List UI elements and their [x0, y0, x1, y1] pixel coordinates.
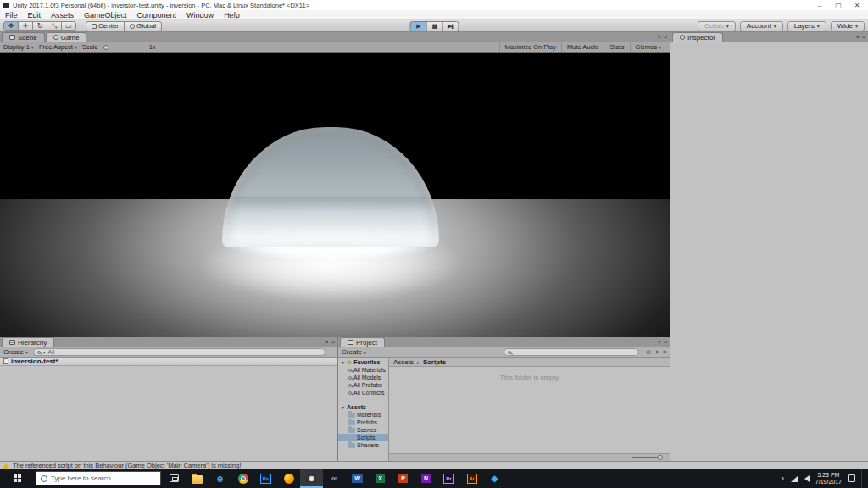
visual-studio-button[interactable]: ∞	[323, 469, 346, 488]
thumbnail-size-knob[interactable]	[658, 455, 663, 460]
hand-tool-button[interactable]: ✥	[3, 21, 19, 30]
volume-icon[interactable]	[804, 475, 810, 482]
hierarchy-body[interactable]	[0, 366, 337, 461]
menu-component[interactable]: Component	[132, 11, 182, 19]
premiere-button[interactable]: Pr	[437, 469, 460, 488]
favorite-all-prefabs[interactable]: All Prefabs	[338, 381, 388, 389]
maximize-on-play-button[interactable]: Maximize On Play	[499, 42, 561, 52]
onenote-button[interactable]: N	[415, 469, 437, 488]
maximize-button[interactable]: ▢	[829, 2, 848, 9]
project-menu-icon[interactable]: ≡	[664, 339, 667, 345]
favorite-all-materials[interactable]: All Materials	[338, 366, 388, 374]
tab-project[interactable]: Project	[340, 337, 385, 347]
pause-button[interactable]: ▮▮	[426, 21, 443, 31]
layout-dropdown[interactable]: Wide	[831, 21, 865, 31]
saved-search-icon[interactable]: ≡	[663, 349, 666, 355]
display-dropdown[interactable]: Display 1	[3, 43, 34, 51]
photoshop-button[interactable]: Ps	[254, 469, 277, 488]
tab-scene[interactable]: Scene	[2, 32, 45, 42]
menu-gameobject[interactable]: GameObject	[79, 11, 132, 19]
action-center-icon[interactable]	[848, 474, 855, 482]
firefox-button[interactable]	[277, 469, 300, 488]
project-create-button[interactable]: Create	[342, 348, 366, 356]
project-file-grid[interactable]: This folder is empty	[389, 367, 670, 453]
project-folder-tree[interactable]: ▼ ★ Favorites All Materials All Models	[338, 358, 389, 461]
show-desktop-button[interactable]	[861, 469, 864, 488]
aspect-dropdown[interactable]: Free Aspect	[39, 43, 77, 51]
display-label: Display 1	[3, 43, 30, 51]
inspector-lock-icon[interactable]: ▪	[856, 34, 858, 40]
menu-window[interactable]: Window	[181, 11, 219, 19]
search-by-type-icon[interactable]: ⊙	[646, 349, 651, 356]
panel-lock-icon[interactable]: ▪	[658, 34, 659, 40]
move-tool-button[interactable]: ✛	[18, 21, 33, 30]
menu-assets[interactable]: Assets	[46, 11, 79, 19]
collab-dropdown[interactable]: Collab	[698, 21, 736, 31]
panel-menu-icon[interactable]: ≡	[664, 34, 667, 40]
tab-inspector[interactable]: Inspector	[672, 32, 723, 42]
hierarchy-scene-row[interactable]: inversion-test*	[0, 358, 337, 366]
network-icon[interactable]	[791, 475, 798, 482]
stats-button[interactable]: Stats	[604, 42, 629, 52]
hierarchy-create-button[interactable]: Create	[3, 348, 28, 356]
tab-hierarchy[interactable]: Hierarchy	[2, 337, 54, 347]
folder-scenes[interactable]: Scenes	[338, 426, 388, 434]
rect-tool-button[interactable]: ▭	[61, 21, 76, 30]
view-tabbar-icons: ▪ ≡	[658, 34, 667, 42]
close-button[interactable]: ✕	[848, 2, 866, 9]
breadcrumb-current[interactable]: Scripts	[423, 358, 446, 366]
minimize-button[interactable]: –	[810, 2, 829, 9]
account-dropdown[interactable]: Account	[740, 21, 783, 31]
excel-button[interactable]: X	[369, 469, 392, 488]
file-explorer-button[interactable]	[186, 469, 209, 488]
breadcrumb-assets[interactable]: Assets	[393, 358, 414, 366]
pivot-toggle-button[interactable]: Center	[86, 21, 125, 31]
mute-audio-button[interactable]: Mute Audio	[561, 42, 604, 52]
game-view[interactable]	[0, 53, 670, 337]
vscode-button[interactable]: ◆	[483, 469, 506, 488]
start-button[interactable]	[0, 469, 34, 488]
menu-file[interactable]: File	[0, 11, 23, 19]
folder-materials[interactable]: Materials	[338, 411, 388, 419]
powerpoint-button[interactable]: P	[392, 469, 415, 488]
search-by-label-icon[interactable]: ✦	[654, 349, 659, 356]
unity-taskbar-button[interactable]: ◉	[300, 469, 323, 488]
favorites-root[interactable]: ▼ ★ Favorites	[338, 358, 388, 366]
project-search-input[interactable]	[504, 348, 639, 356]
chrome-button[interactable]	[231, 469, 254, 488]
folder-prefabs[interactable]: Prefabs	[338, 419, 388, 426]
folder-scripts-selected[interactable]: Scripts	[338, 434, 388, 441]
folder-shaders[interactable]: Shaders	[338, 441, 388, 449]
thumbnail-size-slider[interactable]	[632, 458, 663, 458]
scale-tool-button[interactable]: ⤡	[47, 21, 62, 30]
status-bar[interactable]: The referenced script on this Behaviour …	[0, 461, 868, 469]
layers-dropdown[interactable]: Layers	[787, 21, 826, 31]
project-lock-icon[interactable]: ▪	[658, 339, 659, 345]
taskbar-search-input[interactable]: Type here to search	[36, 471, 161, 485]
hidden-icons-chevron[interactable]: ∧	[781, 475, 785, 482]
edge-button[interactable]: e	[209, 469, 231, 488]
assets-root[interactable]: ▼ Assets	[338, 403, 388, 411]
menu-help[interactable]: Help	[219, 11, 245, 19]
word-button[interactable]: W	[346, 469, 369, 488]
favorite-all-conflicts[interactable]: All Conflicts	[338, 389, 388, 396]
gizmos-dropdown[interactable]: Gizmos	[630, 42, 666, 52]
hierarchy-lock-icon[interactable]: ▪	[326, 339, 327, 345]
taskbar-clock[interactable]: 5:23 PM 7/19/2017	[815, 472, 842, 485]
rotate-tool-button[interactable]: ↻	[32, 21, 47, 30]
illustrator-button[interactable]: Ai	[460, 469, 483, 488]
step-button[interactable]: ▶▮	[442, 21, 459, 31]
space-toggle-button[interactable]: Global	[124, 21, 162, 31]
task-view-button[interactable]	[163, 469, 186, 488]
favorite-all-models[interactable]: All Models	[338, 374, 388, 381]
inspector-menu-icon[interactable]: ≡	[862, 34, 865, 40]
foldout-icon[interactable]: ▼	[341, 405, 345, 410]
foldout-icon[interactable]: ▼	[341, 360, 345, 365]
play-button[interactable]: ▶	[410, 21, 427, 31]
hierarchy-menu-icon[interactable]: ≡	[331, 339, 335, 345]
tab-game[interactable]: Game	[46, 32, 87, 42]
scale-slider[interactable]	[102, 47, 146, 47]
scale-slider-knob[interactable]	[103, 45, 108, 50]
menu-edit[interactable]: Edit	[23, 11, 47, 19]
hierarchy-search-input[interactable]: ▾ All	[33, 348, 326, 356]
